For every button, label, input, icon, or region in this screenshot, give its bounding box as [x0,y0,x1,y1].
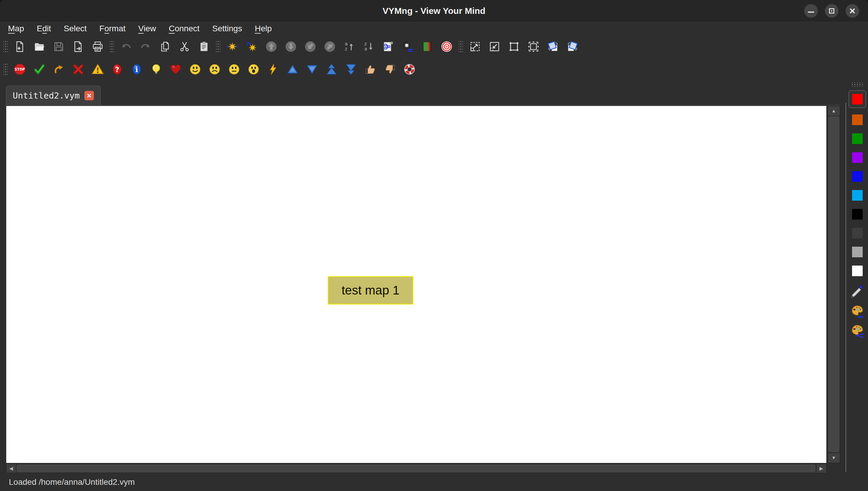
paste-icon[interactable] [198,41,210,53]
copy-icon[interactable] [159,41,171,53]
toolbar-divider [845,103,846,472]
flag-lifebelt-icon[interactable] [403,63,415,75]
menu-view[interactable]: View [134,23,160,34]
menu-format[interactable]: Format [95,23,130,34]
flag-smiley-neutral-icon[interactable] [228,63,240,75]
color-swatch-white[interactable] [852,266,863,276]
close-button[interactable] [845,4,859,18]
toggle-tree-editor-icon[interactable] [382,41,394,53]
zoom-reset-icon[interactable] [508,41,520,53]
title-bar: VYMng - View Your Mind [0,0,868,22]
toolbar-handle[interactable] [4,63,8,76]
redo-icon [140,41,151,53]
rotate-cw-icon[interactable] [566,41,578,53]
flag-smiley-omg-icon[interactable] [248,63,259,75]
detach-branch-icon[interactable] [402,41,414,53]
flag-thumb-down-icon[interactable] [384,63,396,75]
window-controls [797,4,859,18]
color-branch-icon[interactable] [850,304,864,318]
fit-view-icon[interactable] [528,41,539,53]
scroll-down-icon[interactable]: ▼ [828,453,840,463]
color-swatch-dark-gray[interactable] [852,228,863,238]
color-swatch-black[interactable] [852,209,863,220]
status-bar: Loaded /home/anna/Untitled2.vym [0,473,868,491]
vertical-scrollbar[interactable]: ▲ ▼ [827,106,840,463]
flag-smiley-sad-icon[interactable] [209,63,221,75]
open-map-icon[interactable] [33,41,45,53]
svg-text:z: z [345,46,347,52]
map-center-node[interactable]: test map 1 [328,276,413,305]
flag-2arrow-up-icon[interactable] [326,63,337,75]
vym-window: VYMng - View Your Mind MapEditSelectForm… [0,0,868,491]
maximize-button[interactable] [825,4,838,18]
horizontal-scrollbar-thumb[interactable] [17,465,815,472]
move-branch-down-icon [285,41,297,53]
map-canvas[interactable]: test map 1 [6,106,827,463]
color-modifier-mode-icon[interactable] [421,41,433,53]
flag-arrow-down-icon[interactable] [306,63,318,75]
flag-2arrow-down-icon[interactable] [345,63,357,75]
horizontal-scrollbar[interactable]: ◀ ▶ [6,464,827,473]
color-picker-icon[interactable] [850,285,864,299]
tab-close-icon[interactable]: × [84,91,94,100]
color-swatch-light-blue[interactable] [852,190,863,201]
toolbar-handle[interactable] [459,40,463,53]
minimize-button[interactable] [804,4,818,18]
color-swatch-gray[interactable] [852,247,863,257]
flag-lamp-icon[interactable] [150,63,162,75]
vertical-scrollbar-thumb[interactable] [829,117,839,452]
flag-hook-icon[interactable] [33,63,45,75]
flag-thumb-up-icon[interactable] [365,63,376,75]
print-map-icon[interactable] [92,41,104,53]
menu-select[interactable]: Select [59,23,91,34]
flag-arrow-up-icon[interactable] [287,63,299,75]
flag-warning-icon[interactable] [92,63,104,75]
window-title: VYMng - View Your Mind [0,0,868,22]
new-map-icon[interactable] [14,41,26,53]
scroll-left-icon[interactable]: ◀ [6,464,16,473]
sort-descending-icon[interactable]: za [363,41,375,53]
scroll-up-icon[interactable]: ▲ [828,106,840,116]
main-toolbar: azza [0,35,868,58]
tab-label: Untitled2.vym [13,91,80,100]
svg-text:STOP: STOP [15,67,25,71]
selected-color-frame [848,90,866,108]
color-swatch-purple[interactable] [852,152,863,163]
color-swatch-blue[interactable] [852,171,863,182]
menu-connect[interactable]: Connect [164,23,204,34]
color-swatch-orange[interactable] [852,115,863,125]
menu-settings[interactable]: Settings [208,23,247,34]
menu-map[interactable]: Map [4,23,28,34]
export-map-icon[interactable] [72,41,84,53]
menu-help[interactable]: Help [250,23,276,34]
flag-flash-icon[interactable] [267,63,279,75]
rotate-ccw-icon[interactable] [547,41,559,53]
flag-smiley-good-icon[interactable] [189,63,201,75]
toolbar-handle[interactable] [4,40,8,53]
flag-question-icon[interactable]: ? [111,63,123,75]
goto-target-icon[interactable] [441,41,453,53]
flag-heart-icon[interactable] [170,63,181,75]
color-subtree-icon[interactable] [850,323,864,338]
add-branch-before-icon[interactable] [246,41,258,53]
sort-ascending-icon[interactable]: az [343,41,355,53]
svg-text:i: i [136,65,138,74]
menu-edit[interactable]: Edit [32,23,55,34]
flag-stopsign-icon[interactable]: STOP [14,63,26,75]
add-branch-icon[interactable] [226,41,238,53]
tab-untitled2[interactable]: Untitled2.vym × [6,86,101,105]
scroll-right-icon[interactable]: ▶ [816,464,827,473]
undo-icon [120,41,132,53]
zoom-in-icon[interactable] [469,41,481,53]
toolbar-handle[interactable] [851,83,864,87]
color-swatch-red[interactable] [852,94,863,105]
cut-icon[interactable] [178,41,190,53]
toolbar-handle[interactable] [110,40,114,53]
flag-wip-icon[interactable] [53,63,65,75]
toolbar-handle[interactable] [216,40,220,53]
zoom-out-icon[interactable] [488,41,500,53]
color-swatch-green[interactable] [852,134,863,144]
flag-info-icon[interactable]: i [131,63,143,75]
flag-cross-icon[interactable] [72,63,84,75]
svg-text:?: ? [115,65,119,74]
